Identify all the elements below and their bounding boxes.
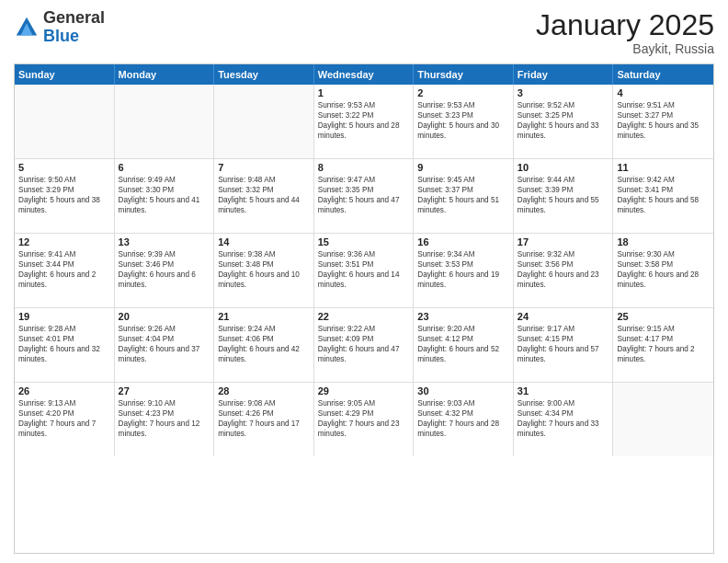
cal-cell: 29Sunrise: 9:05 AM Sunset: 4:29 PM Dayli… (314, 383, 415, 456)
day-number: 28 (218, 385, 310, 396)
calendar: SundayMondayTuesdayWednesdayThursdayFrid… (14, 63, 714, 554)
day-number: 27 (119, 385, 210, 396)
cal-cell: 9Sunrise: 9:45 AM Sunset: 3:37 PM Daylig… (414, 159, 514, 233)
weekday-header-friday: Friday (514, 64, 614, 85)
cal-cell: 13Sunrise: 9:39 AM Sunset: 3:46 PM Dayli… (115, 234, 215, 307)
cal-cell: 17Sunrise: 9:32 AM Sunset: 3:56 PM Dayli… (514, 234, 614, 307)
cell-info: Sunrise: 9:10 AM Sunset: 4:23 PM Dayligh… (119, 398, 210, 439)
cal-cell: 20Sunrise: 9:26 AM Sunset: 4:04 PM Dayli… (115, 308, 215, 382)
cal-cell: 22Sunrise: 9:22 AM Sunset: 4:09 PM Dayli… (314, 308, 415, 382)
title-block: January 2025 Baykit, Russia (536, 9, 714, 56)
cell-info: Sunrise: 9:41 AM Sunset: 3:44 PM Dayligh… (18, 249, 110, 290)
cell-info: Sunrise: 9:08 AM Sunset: 4:26 PM Dayligh… (218, 398, 310, 439)
cell-info: Sunrise: 9:20 AM Sunset: 4:12 PM Dayligh… (417, 324, 509, 364)
weekday-header-monday: Monday (115, 64, 215, 85)
logo-icon (14, 15, 40, 40)
day-number: 26 (18, 385, 110, 396)
cell-info: Sunrise: 9:00 AM Sunset: 4:34 PM Dayligh… (518, 398, 609, 439)
logo-general-text: General (43, 8, 105, 27)
cell-info: Sunrise: 9:53 AM Sunset: 3:23 PM Dayligh… (417, 100, 509, 141)
cal-cell: 26Sunrise: 9:13 AM Sunset: 4:20 PM Dayli… (15, 383, 115, 456)
cell-info: Sunrise: 9:42 AM Sunset: 3:41 PM Dayligh… (617, 175, 710, 215)
day-number: 10 (518, 162, 609, 173)
cell-info: Sunrise: 9:44 AM Sunset: 3:39 PM Dayligh… (518, 175, 609, 215)
cal-cell: 30Sunrise: 9:03 AM Sunset: 4:32 PM Dayli… (414, 383, 514, 456)
day-number: 19 (18, 311, 110, 322)
cell-info: Sunrise: 9:13 AM Sunset: 4:20 PM Dayligh… (18, 398, 110, 439)
day-number: 31 (518, 385, 609, 396)
day-number: 9 (417, 162, 509, 173)
day-number: 5 (18, 162, 110, 173)
cal-cell: 24Sunrise: 9:17 AM Sunset: 4:15 PM Dayli… (514, 308, 614, 382)
cal-cell: 1Sunrise: 9:53 AM Sunset: 3:22 PM Daylig… (314, 85, 415, 158)
day-number: 20 (119, 311, 210, 322)
cell-info: Sunrise: 9:22 AM Sunset: 4:09 PM Dayligh… (318, 324, 410, 364)
logo-blue-text: Blue (43, 27, 79, 45)
day-number: 12 (18, 236, 110, 247)
cal-cell: 4Sunrise: 9:51 AM Sunset: 3:27 PM Daylig… (613, 85, 713, 158)
cal-cell (214, 85, 314, 158)
cell-info: Sunrise: 9:48 AM Sunset: 3:32 PM Dayligh… (218, 175, 310, 215)
cal-cell: 5Sunrise: 9:50 AM Sunset: 3:29 PM Daylig… (15, 159, 115, 233)
cal-cell: 27Sunrise: 9:10 AM Sunset: 4:23 PM Dayli… (115, 383, 215, 456)
day-number: 4 (617, 87, 710, 98)
cell-info: Sunrise: 9:05 AM Sunset: 4:29 PM Dayligh… (318, 398, 410, 439)
cal-week-row-1: 5Sunrise: 9:50 AM Sunset: 3:29 PM Daylig… (15, 159, 713, 234)
cal-cell: 8Sunrise: 9:47 AM Sunset: 3:35 PM Daylig… (314, 159, 415, 233)
cal-cell: 11Sunrise: 9:42 AM Sunset: 3:41 PM Dayli… (613, 159, 713, 233)
cell-info: Sunrise: 9:49 AM Sunset: 3:30 PM Dayligh… (119, 175, 210, 215)
cell-info: Sunrise: 9:36 AM Sunset: 3:51 PM Dayligh… (318, 249, 410, 290)
cell-info: Sunrise: 9:15 AM Sunset: 4:17 PM Dayligh… (617, 324, 710, 364)
cal-week-row-4: 26Sunrise: 9:13 AM Sunset: 4:20 PM Dayli… (15, 383, 713, 456)
cal-cell: 14Sunrise: 9:38 AM Sunset: 3:48 PM Dayli… (214, 234, 314, 307)
day-number: 21 (218, 311, 310, 322)
cell-info: Sunrise: 9:34 AM Sunset: 3:53 PM Dayligh… (417, 249, 509, 290)
weekday-header-tuesday: Tuesday (214, 64, 314, 85)
cell-info: Sunrise: 9:24 AM Sunset: 4:06 PM Dayligh… (218, 324, 310, 364)
day-number: 29 (318, 385, 410, 396)
cal-cell: 31Sunrise: 9:00 AM Sunset: 4:34 PM Dayli… (514, 383, 614, 456)
day-number: 8 (318, 162, 410, 173)
cal-week-row-0: 1Sunrise: 9:53 AM Sunset: 3:22 PM Daylig… (15, 85, 713, 159)
logo: General Blue (14, 9, 105, 46)
cal-cell: 12Sunrise: 9:41 AM Sunset: 3:44 PM Dayli… (15, 234, 115, 307)
cal-cell: 25Sunrise: 9:15 AM Sunset: 4:17 PM Dayli… (613, 308, 713, 382)
day-number: 13 (119, 236, 210, 247)
cal-cell: 16Sunrise: 9:34 AM Sunset: 3:53 PM Dayli… (414, 234, 514, 307)
cell-info: Sunrise: 9:47 AM Sunset: 3:35 PM Dayligh… (318, 175, 410, 215)
page: General Blue January 2025 Baykit, Russia… (0, 0, 728, 563)
day-number: 11 (617, 162, 710, 173)
location: Baykit, Russia (536, 41, 714, 56)
day-number: 24 (518, 311, 609, 322)
cal-cell (115, 85, 215, 158)
calendar-body: 1Sunrise: 9:53 AM Sunset: 3:22 PM Daylig… (15, 85, 713, 456)
cal-cell: 3Sunrise: 9:52 AM Sunset: 3:25 PM Daylig… (514, 85, 614, 158)
cell-info: Sunrise: 9:52 AM Sunset: 3:25 PM Dayligh… (518, 100, 609, 141)
cell-info: Sunrise: 9:03 AM Sunset: 4:32 PM Dayligh… (417, 398, 509, 439)
cal-cell: 2Sunrise: 9:53 AM Sunset: 3:23 PM Daylig… (414, 85, 514, 158)
weekday-header-wednesday: Wednesday (314, 64, 415, 85)
cell-info: Sunrise: 9:39 AM Sunset: 3:46 PM Dayligh… (119, 249, 210, 290)
cal-cell (613, 383, 713, 456)
day-number: 25 (617, 311, 710, 322)
cell-info: Sunrise: 9:17 AM Sunset: 4:15 PM Dayligh… (518, 324, 609, 364)
cell-info: Sunrise: 9:26 AM Sunset: 4:04 PM Dayligh… (119, 324, 210, 364)
cell-info: Sunrise: 9:45 AM Sunset: 3:37 PM Dayligh… (417, 175, 509, 215)
cal-cell: 15Sunrise: 9:36 AM Sunset: 3:51 PM Dayli… (314, 234, 415, 307)
cell-info: Sunrise: 9:38 AM Sunset: 3:48 PM Dayligh… (218, 249, 310, 290)
weekday-header-saturday: Saturday (613, 64, 713, 85)
cal-cell: 21Sunrise: 9:24 AM Sunset: 4:06 PM Dayli… (214, 308, 314, 382)
day-number: 14 (218, 236, 310, 247)
day-number: 15 (318, 236, 410, 247)
day-number: 23 (417, 311, 509, 322)
cal-cell: 7Sunrise: 9:48 AM Sunset: 3:32 PM Daylig… (214, 159, 314, 233)
cal-cell: 18Sunrise: 9:30 AM Sunset: 3:58 PM Dayli… (613, 234, 713, 307)
cal-cell: 10Sunrise: 9:44 AM Sunset: 3:39 PM Dayli… (514, 159, 614, 233)
cell-info: Sunrise: 9:51 AM Sunset: 3:27 PM Dayligh… (617, 100, 710, 141)
cell-info: Sunrise: 9:50 AM Sunset: 3:29 PM Dayligh… (18, 175, 110, 215)
day-number: 18 (617, 236, 710, 247)
day-number: 1 (318, 87, 410, 98)
day-number: 6 (119, 162, 210, 173)
calendar-header: SundayMondayTuesdayWednesdayThursdayFrid… (15, 64, 713, 85)
cal-week-row-2: 12Sunrise: 9:41 AM Sunset: 3:44 PM Dayli… (15, 234, 713, 308)
